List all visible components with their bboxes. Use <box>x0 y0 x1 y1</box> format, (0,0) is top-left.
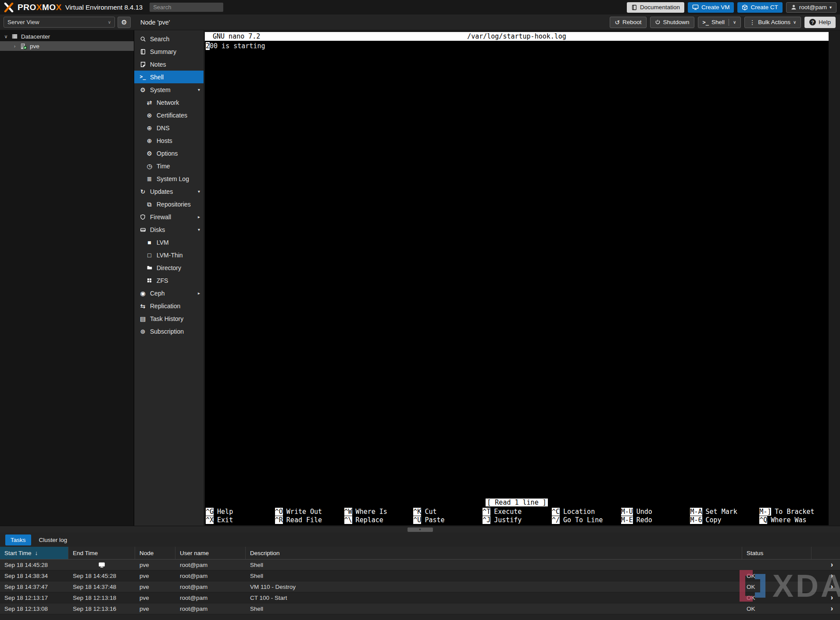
menu-item-firewall[interactable]: Firewall ▸ <box>134 210 204 223</box>
reboot-button[interactable]: ↺ Reboot <box>610 17 646 28</box>
help-label: Help <box>819 19 831 25</box>
create-vm-button[interactable]: Create VM <box>688 2 734 13</box>
menu-item-system-log[interactable]: ≣ System Log <box>134 172 204 185</box>
task-row-expand[interactable]: › <box>811 572 840 579</box>
node-menu: Search Summary Notes >_ Shell ⚙ System ▾… <box>134 30 204 526</box>
menu-item-label: Replication <box>150 303 180 310</box>
terminal-body[interactable]: 200 is starting <box>205 41 829 499</box>
menu-item-summary[interactable]: Summary <box>134 45 204 58</box>
shell-button[interactable]: >_ Shell ∨ <box>698 17 741 28</box>
menu-item-label: Summary <box>150 48 176 55</box>
menu-item-hosts[interactable]: ⊕ Hosts <box>134 134 204 147</box>
menu-item-disks[interactable]: Disks ▾ <box>134 223 204 236</box>
tab-tasks[interactable]: Tasks <box>5 534 31 545</box>
table-row[interactable]: Sep 18 14:38:34 Sep 18 14:45:28 pve root… <box>0 570 840 581</box>
table-row[interactable]: Sep 18 12:13:08 Sep 18 12:13:16 pve root… <box>0 603 840 614</box>
menu-item-task-history[interactable]: ▤ Task History <box>134 312 204 325</box>
options-icon: ⚙ <box>145 150 154 157</box>
tree-item-pve[interactable]: › pve <box>0 41 134 51</box>
task-row-expand[interactable]: › <box>811 561 840 568</box>
menu-item-label: Directory <box>157 264 181 271</box>
user-menu-button[interactable]: root@pam ▾ <box>786 2 836 13</box>
table-row[interactable]: Sep 18 14:37:47 Sep 18 14:37:48 pve root… <box>0 581 840 592</box>
chevron-down-icon[interactable]: ▾ <box>198 227 200 232</box>
shell-terminal[interactable]: GNU nano 7.2 /var/log/startup-hook.log 2… <box>205 32 829 525</box>
task-row-expand[interactable]: › <box>811 594 840 601</box>
user-icon <box>791 4 797 10</box>
tree-item-datacenter[interactable]: ∨ Datacenter <box>0 32 134 41</box>
task-user: root@pam <box>175 562 246 568</box>
column-header-user-name[interactable]: User name <box>175 547 246 559</box>
chevron-right-icon[interactable]: ▸ <box>198 291 200 296</box>
menu-item-lvm-thin[interactable]: □ LVM-Thin <box>134 249 204 261</box>
nano-shortcut: M-UUndo <box>621 507 690 516</box>
menu-item-lvm[interactable]: ■ LVM <box>134 236 204 249</box>
menu-item-network[interactable]: ⇄ Network <box>134 96 204 109</box>
help-button[interactable]: ? Help <box>804 17 836 28</box>
ceph-icon: ◉ <box>139 290 147 296</box>
chevron-down-icon: ▾ <box>829 5 832 10</box>
column-header-end-time[interactable]: End Time <box>68 547 135 559</box>
column-header-node[interactable]: Node <box>135 547 175 559</box>
menu-item-notes[interactable]: Notes <box>134 58 204 71</box>
task-start-time: Sep 18 14:45:28 <box>0 562 68 568</box>
user-menu-label: root@pam <box>799 4 827 11</box>
repositories-icon: ⧉ <box>145 201 154 207</box>
menu-item-repositories[interactable]: ⧉ Repositories <box>134 198 204 210</box>
nano-shortcut: ^TExecute <box>483 507 552 516</box>
proxmox-app: PROXMOX Virtual Environment 8.4.13 Docum… <box>0 0 840 620</box>
menu-item-subscription[interactable]: ⊚ Subscription <box>134 325 204 338</box>
menu-item-search[interactable]: Search <box>134 32 204 45</box>
nano-shortcut: ^/Go To Line <box>552 516 621 524</box>
tab-cluster-log[interactable]: Cluster log <box>34 534 73 545</box>
brand-subtitle: Virtual Environment 8.4.13 <box>65 4 143 11</box>
menu-item-shell[interactable]: >_ Shell <box>134 71 204 83</box>
create-ct-button[interactable]: Create CT <box>737 2 782 13</box>
system-log-icon: ≣ <box>145 176 154 182</box>
bulk-actions-button[interactable]: ⋮ Bulk Actions ∨ <box>744 17 801 28</box>
menu-item-replication[interactable]: ⇆ Replication <box>134 299 204 312</box>
splitter-handle[interactable]: ▾ <box>407 527 433 532</box>
search-input[interactable] <box>150 3 223 12</box>
tree-expand-icon[interactable]: ∨ <box>4 34 8 39</box>
documentation-button[interactable]: Documentation <box>627 2 684 13</box>
table-row[interactable]: Sep 18 14:45:28 pve root@pam Shell › <box>0 559 840 570</box>
tree-toolbar: Server View ∨ ⚙ <box>0 17 134 28</box>
shutdown-button[interactable]: Shutdown <box>650 17 694 28</box>
menu-item-label: Ceph <box>150 290 164 297</box>
menu-item-zfs[interactable]: ZFS <box>134 274 204 287</box>
task-description: Shell <box>246 562 742 568</box>
search-icon <box>139 36 147 42</box>
view-selector-combo[interactable]: Server View ∨ <box>4 17 115 28</box>
task-end-time: Sep 18 14:45:28 <box>68 573 135 579</box>
menu-item-label: Shell <box>150 74 164 81</box>
task-row-expand[interactable]: › <box>811 605 840 612</box>
chevron-right-icon: › <box>816 561 840 568</box>
column-header-description[interactable]: Description <box>246 547 742 559</box>
table-row[interactable]: Sep 18 12:13:17 Sep 18 12:13:18 pve root… <box>0 592 840 603</box>
column-header-status[interactable]: Status <box>742 547 811 559</box>
menu-item-time[interactable]: ◷ Time <box>134 160 204 172</box>
menu-item-updates[interactable]: ↻ Updates ▾ <box>134 185 204 198</box>
task-status: OK <box>742 606 811 612</box>
menu-item-options[interactable]: ⚙ Options <box>134 147 204 160</box>
task-user: root@pam <box>175 584 246 590</box>
chevron-down-icon[interactable]: ▾ <box>198 87 200 92</box>
menu-item-directory[interactable]: Directory <box>134 261 204 274</box>
nano-shortcut: ^GHelp <box>206 507 275 516</box>
menu-item-system[interactable]: ⚙ System ▾ <box>134 83 204 96</box>
nano-shortcut: ^QWhere Was <box>759 516 829 524</box>
toolbar: Server View ∨ ⚙ Node 'pve' ↺ Reboot Shut… <box>0 14 840 30</box>
tree-settings-button[interactable]: ⚙ <box>118 17 131 28</box>
menu-item-certificates[interactable]: ⊛ Certificates <box>134 109 204 121</box>
tree-collapsed-icon[interactable]: › <box>12 43 17 49</box>
menu-item-ceph[interactable]: ◉ Ceph ▸ <box>134 287 204 299</box>
column-header-start-time[interactable]: Start Time↓ <box>0 547 68 559</box>
chevron-down-icon[interactable]: ▾ <box>198 189 200 194</box>
task-row-expand[interactable]: › <box>811 583 840 590</box>
menu-item-dns[interactable]: ⊕ DNS <box>134 121 204 134</box>
task-start-time: Sep 18 12:13:08 <box>0 606 68 612</box>
chevron-right-icon[interactable]: ▸ <box>198 214 200 219</box>
node-icon <box>20 43 27 50</box>
nano-footer: [ Read 1 line ] ^GHelp ^OWrite Out ^WWhe… <box>205 499 829 525</box>
